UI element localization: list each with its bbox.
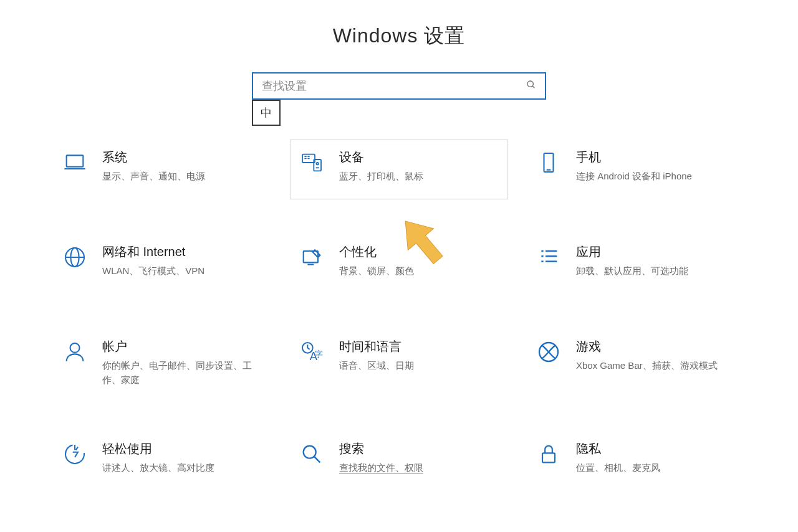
tile-desc: 语音、区域、日期 [339, 359, 500, 373]
tile-desc: 查找我的文件、权限 [339, 461, 500, 475]
tile-time-language[interactable]: A 字 时间和语言 语音、区域、日期 [290, 329, 508, 396]
ease-of-access-icon [61, 440, 89, 468]
tile-desc: 显示、声音、通知、电源 [102, 169, 263, 184]
tile-ease-of-access[interactable]: 轻松使用 讲述人、放大镜、高对比度 [53, 431, 271, 491]
tile-privacy[interactable]: 隐私 位置、相机、麦克风 [527, 431, 745, 491]
tile-desc: 连接 Android 设备和 iPhone [576, 169, 737, 184]
svg-rect-17 [304, 251, 318, 262]
svg-rect-12 [544, 153, 554, 172]
tile-desc: 你的帐户、电子邮件、同步设置、工作、家庭 [102, 359, 263, 387]
apps-list-icon [535, 244, 562, 271]
tile-title: 系统 [102, 149, 263, 166]
tile-title: 网络和 Internet [102, 244, 263, 260]
tile-desc: Xbox Game Bar、捕获、游戏模式 [576, 359, 737, 373]
globe-icon [61, 244, 89, 271]
search-input[interactable]: 查找设置 [252, 72, 546, 100]
tile-title: 时间和语言 [339, 338, 500, 355]
tile-title: 游戏 [576, 338, 737, 355]
tile-title: 手机 [576, 149, 737, 166]
tile-title: 个性化 [339, 244, 500, 260]
xbox-icon [535, 338, 562, 366]
tile-accounts[interactable]: 帐户 你的帐户、电子邮件、同步设置、工作、家庭 [53, 329, 271, 396]
page-title: Windows 设置 [0, 22, 798, 50]
tile-title: 隐私 [576, 440, 737, 457]
svg-rect-33 [542, 453, 555, 462]
devices-icon [298, 149, 325, 176]
svg-line-1 [532, 86, 534, 88]
tile-title: 轻松使用 [102, 440, 263, 457]
tile-title: 应用 [576, 244, 737, 260]
phone-icon [535, 149, 562, 176]
svg-line-32 [314, 457, 320, 462]
svg-point-10 [317, 163, 319, 164]
svg-point-0 [527, 81, 533, 87]
svg-text:字: 字 [315, 349, 323, 359]
tile-network[interactable]: 网络和 Internet WLAN、飞行模式、VPN [53, 234, 271, 294]
settings-grid: 系统 显示、声音、通知、电源 设备 蓝牙、打印机、鼠标 [53, 140, 745, 491]
tile-search[interactable]: 搜索 查找我的文件、权限 [290, 431, 508, 491]
tile-system[interactable]: 系统 显示、声音、通知、电源 [53, 140, 271, 199]
time-language-icon: A 字 [298, 338, 325, 366]
tile-title: 设备 [339, 149, 500, 166]
tile-phone[interactable]: 手机 连接 Android 设备和 iPhone [527, 140, 745, 199]
svg-rect-2 [67, 155, 84, 166]
ime-indicator[interactable]: 中 [252, 100, 281, 126]
tile-desc: 蓝牙、打印机、鼠标 [339, 169, 500, 184]
search-placeholder: 查找设置 [262, 78, 526, 93]
tile-title: 帐户 [102, 338, 263, 355]
tile-apps[interactable]: 应用 卸载、默认应用、可选功能 [527, 234, 745, 294]
tile-title: 搜索 [339, 440, 500, 457]
search-icon [526, 80, 536, 92]
tile-gaming[interactable]: 游戏 Xbox Game Bar、捕获、游戏模式 [527, 329, 745, 396]
personalization-icon [298, 244, 325, 271]
tile-desc: 卸载、默认应用、可选功能 [576, 264, 737, 278]
tile-desc: 背景、锁屏、颜色 [339, 264, 500, 278]
svg-point-31 [304, 446, 316, 458]
svg-point-25 [70, 343, 80, 353]
lock-icon [535, 440, 562, 468]
tile-personalization[interactable]: 个性化 背景、锁屏、颜色 [290, 234, 508, 294]
tile-devices[interactable]: 设备 蓝牙、打印机、鼠标 [290, 140, 508, 199]
person-icon [61, 338, 89, 366]
magnifier-icon [298, 440, 325, 468]
tile-desc: 位置、相机、麦克风 [576, 461, 737, 475]
tile-desc: 讲述人、放大镜、高对比度 [102, 461, 263, 475]
tile-desc: WLAN、飞行模式、VPN [102, 264, 263, 278]
laptop-icon [61, 149, 89, 176]
